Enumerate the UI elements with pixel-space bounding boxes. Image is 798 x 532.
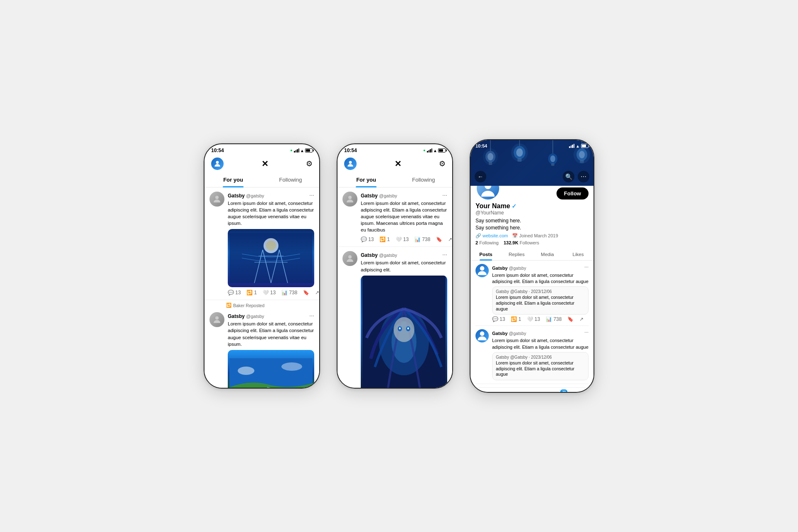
people-nav-3[interactable]: 👥 bbox=[528, 392, 539, 393]
signal-icon-2 bbox=[427, 148, 432, 153]
joined-date: 📅 Joined March 2019 bbox=[512, 233, 558, 239]
svg-point-18 bbox=[348, 255, 352, 259]
tweet-like-1-1[interactable]: 🤍13 bbox=[263, 290, 276, 296]
tweet-bookmark-2-1[interactable]: 🔖 bbox=[436, 236, 442, 242]
tweet-more-2-2[interactable]: ··· bbox=[442, 251, 447, 258]
svg-point-15 bbox=[281, 362, 302, 371]
tweet-image-1-2 bbox=[228, 350, 314, 389]
tweet-1-1: Gatsby @gatsby ··· Lorem ipsum dolor sit… bbox=[204, 187, 319, 300]
quoted-header-1: Gatsby @Gatsby · 2023/12/06 bbox=[496, 289, 585, 294]
status-time-1: 10:54 bbox=[211, 148, 224, 153]
pt-text-1: Lorem ipsum dolor sit amet, consectetur … bbox=[492, 272, 589, 285]
tweet-retweet-1-1[interactable]: 🔁1 bbox=[246, 290, 257, 296]
phone-2: 10:54 ▲ ✕ ⚙ bbox=[337, 143, 453, 389]
tweet-views-2-1[interactable]: 📊738 bbox=[414, 236, 430, 242]
user-avatar-1[interactable] bbox=[211, 158, 224, 170]
tab-following-1[interactable]: Following bbox=[262, 172, 319, 187]
quoted-text-2: Lorem ipsum dolor sit amet, consectetur … bbox=[496, 360, 585, 377]
tweet-comment-2-1[interactable]: 💬13 bbox=[361, 236, 374, 242]
notification-nav-3[interactable]: 🔔 20 bbox=[554, 392, 564, 393]
tweet-bookmark-1-1[interactable]: 🔖 bbox=[303, 290, 309, 296]
tweet-text-2-2: Lorem ipsum dolor sit amet, consectetur … bbox=[361, 259, 447, 273]
gear-icon-1[interactable]: ⚙ bbox=[306, 159, 313, 168]
search-profile-button[interactable]: 🔍 bbox=[563, 171, 574, 182]
quoted-text-1: Lorem ipsum dolor sit amet, consectetur … bbox=[496, 295, 585, 312]
tweet-views-1-1[interactable]: 📊738 bbox=[281, 290, 297, 296]
tab-posts[interactable]: Posts bbox=[470, 249, 501, 260]
tweet-actions-2-1: 💬13 🔁1 🤍13 📊738 🔖 ↗ bbox=[361, 236, 447, 242]
tweet-user-2-2: Gatsby bbox=[361, 252, 379, 258]
gear-icon-2[interactable]: ⚙ bbox=[439, 159, 446, 168]
tweet-handle-2-2: @gatsby bbox=[379, 253, 397, 258]
tweet-text-2-1: Lorem ipsum dolor sit amet, consectetur … bbox=[361, 200, 447, 233]
tab-for-you-1[interactable]: For you bbox=[204, 172, 262, 187]
tab-following-2[interactable]: Following bbox=[395, 172, 452, 187]
pt-more-1[interactable]: ··· bbox=[584, 264, 589, 270]
search-nav-3[interactable]: 🔍 bbox=[503, 392, 514, 393]
profile-handle: @YourName bbox=[475, 210, 589, 216]
profile-banner: 10:54 ▲ ← 🔍 bbox=[470, 140, 594, 186]
tweet-comment-1-1[interactable]: 💬13 bbox=[228, 290, 241, 296]
home-nav-3[interactable]: 🏠 bbox=[478, 392, 488, 393]
tweet-text-1-1: Lorem ipsum dolor sit amet, consectetur … bbox=[228, 200, 314, 227]
pt-like-1[interactable]: 🤍13 bbox=[527, 316, 540, 322]
tweet-more-1-2[interactable]: ··· bbox=[309, 312, 314, 319]
tweet-share-2-1[interactable]: ↗ bbox=[448, 236, 452, 242]
pt-actions-1: 💬13 🔁1 🤍13 📊738 🔖 ↗ bbox=[492, 316, 589, 322]
tweet-actions-1-1: 💬13 🔁1 🤍13 📊738 🔖 ↗ bbox=[228, 290, 314, 296]
profile-area: Follow Your Name ✓ @YourName Say somethi… bbox=[470, 176, 594, 387]
pt-bookmark-1[interactable]: 🔖 bbox=[567, 316, 574, 322]
tweet-more-2-1[interactable]: ··· bbox=[442, 192, 447, 198]
message-nav-3[interactable]: ✉ bbox=[579, 392, 586, 393]
pt-share-1[interactable]: ↗ bbox=[579, 316, 584, 322]
tab-for-you-2[interactable]: For you bbox=[337, 172, 395, 187]
battery-icon-2 bbox=[438, 148, 446, 153]
status-bar-3: 10:54 ▲ bbox=[470, 140, 594, 150]
phone-1: 10:54 ▲ ✕ ⚙ bbox=[204, 143, 320, 389]
tweet-like-2-1[interactable]: 🤍13 bbox=[396, 236, 409, 242]
x-logo-2: ✕ bbox=[394, 159, 401, 169]
following-count[interactable]: 2 Following bbox=[475, 240, 499, 245]
signal-icon-3 bbox=[569, 144, 574, 148]
status-bar-2: 10:54 ▲ bbox=[337, 144, 452, 155]
svg-point-50 bbox=[480, 332, 485, 336]
profile-tweet-content-2: Gatsby @gatsby ··· Lorem ipsum dolor sit… bbox=[492, 329, 589, 380]
svg-point-11 bbox=[215, 316, 219, 320]
tabs-2: For you Following bbox=[337, 172, 452, 187]
repost-by-text-1: Baker Reposted bbox=[233, 303, 264, 308]
tweet-more-1-1[interactable]: ··· bbox=[309, 192, 314, 198]
repost-label-1: 🔁 Baker Reposted bbox=[204, 300, 319, 308]
phone-3: 10:54 ▲ ← 🔍 bbox=[470, 139, 594, 393]
tweet-retweet-2-1[interactable]: 🔁1 bbox=[379, 236, 390, 242]
tweet-avatar-1-1 bbox=[209, 192, 224, 207]
pt-views-1[interactable]: 📊738 bbox=[546, 316, 562, 322]
tweet-share-1-1[interactable]: ↗ bbox=[315, 290, 319, 296]
quoted-header-2: Gatsby @Gatsby · 2023/12/06 bbox=[496, 355, 585, 360]
signal-icon-1 bbox=[294, 148, 299, 153]
back-button[interactable]: ← bbox=[475, 171, 486, 182]
wifi-icon-2: ▲ bbox=[433, 148, 437, 153]
svg-point-17 bbox=[348, 196, 352, 199]
top-nav-1: ✕ ⚙ bbox=[204, 155, 319, 172]
wifi-icon-1: ▲ bbox=[300, 148, 304, 153]
website-link[interactable]: 🔗 website.com bbox=[475, 233, 508, 239]
tweet-content-2-1: Gatsby @gatsby ··· Lorem ipsum dolor sit… bbox=[361, 192, 447, 242]
tweet-text-1-2: Lorem ipsum dolor sit amet, consectetur … bbox=[228, 320, 314, 347]
tweet-user-1-1: Gatsby bbox=[228, 193, 246, 199]
tab-likes[interactable]: Likes bbox=[563, 249, 594, 260]
more-profile-button[interactable]: ⋯ bbox=[578, 171, 589, 182]
svg-point-49 bbox=[480, 266, 485, 271]
tweet-avatar-2-2 bbox=[342, 251, 357, 266]
tweet-content-1-2: Gatsby @gatsby ··· Lorem ipsum dolor sit… bbox=[228, 312, 314, 389]
tweet-handle-1-2: @gatsby bbox=[246, 314, 264, 319]
follow-button[interactable]: Follow bbox=[557, 187, 589, 200]
pt-retweet-1[interactable]: 🔁1 bbox=[511, 316, 521, 322]
user-avatar-2[interactable] bbox=[344, 158, 357, 170]
tab-media[interactable]: Media bbox=[532, 249, 563, 260]
tab-replies[interactable]: Replies bbox=[501, 249, 532, 260]
pt-more-2[interactable]: ··· bbox=[584, 329, 589, 335]
tweet-image-2-2 bbox=[361, 276, 447, 389]
followers-count[interactable]: 132.9K Followers bbox=[504, 240, 539, 245]
tweet-content-1-1: Gatsby @gatsby ··· Lorem ipsum dolor sit… bbox=[228, 192, 314, 296]
pt-comment-1[interactable]: 💬13 bbox=[492, 316, 505, 322]
